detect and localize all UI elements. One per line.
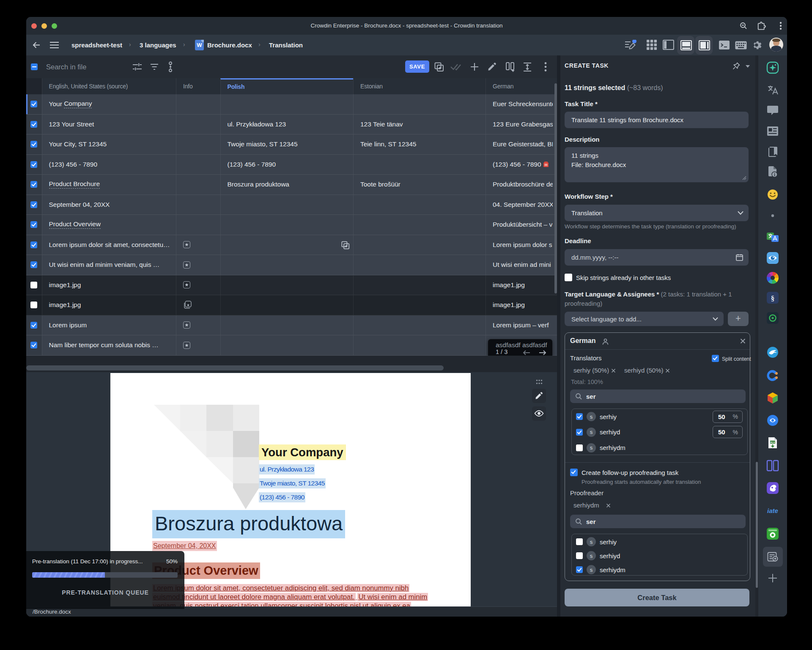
- svg-text:§: §: [771, 294, 775, 302]
- svg-text:KLV: KLV: [771, 441, 775, 444]
